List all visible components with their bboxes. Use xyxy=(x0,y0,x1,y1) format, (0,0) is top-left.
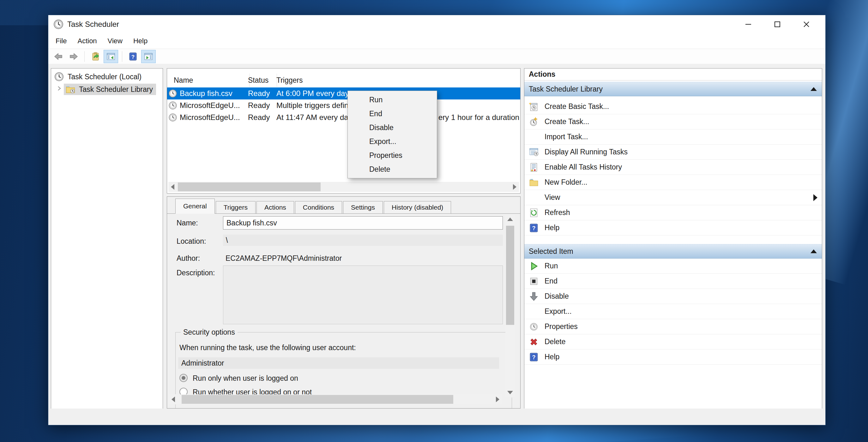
scroll-down-arrow[interactable] xyxy=(507,391,513,394)
new-folder-icon xyxy=(529,178,539,188)
window-controls xyxy=(734,15,821,33)
submenu-arrow-icon xyxy=(813,194,817,201)
author-value: EC2AMAZ-EPP7MQF\Administrator xyxy=(225,254,342,263)
actions-pane: Actions Task Scheduler Library Create Ba… xyxy=(524,68,822,409)
menu-file[interactable]: File xyxy=(50,37,72,45)
scrollbar-thumb[interactable] xyxy=(178,183,320,191)
scrollbar-thumb[interactable] xyxy=(506,226,514,325)
context-menu-export[interactable]: Export... xyxy=(348,134,437,148)
tree-item-task-scheduler-local[interactable]: Task Scheduler (Local) xyxy=(54,71,142,83)
display-running-tasks-icon xyxy=(529,147,539,157)
minimize-button[interactable] xyxy=(734,15,763,33)
group-header-task-scheduler-library[interactable]: Task Scheduler Library xyxy=(524,82,822,96)
action-delete[interactable]: Delete xyxy=(524,334,822,349)
toolbar: ? xyxy=(48,49,825,64)
task-list-horizontal-scrollbar[interactable] xyxy=(168,182,519,192)
task-trigger: Multiple triggers defin xyxy=(276,101,348,110)
context-menu-delete[interactable]: Delete xyxy=(348,162,437,176)
show-console-tree-button[interactable] xyxy=(103,50,118,63)
action-import-task[interactable]: Import Task... xyxy=(524,129,822,145)
properties-icon xyxy=(529,322,539,332)
chevron-right-icon[interactable] xyxy=(56,86,62,91)
task-row-backup-fish[interactable]: Backup fish.csv Ready At 6:00 PM every d… xyxy=(167,88,520,99)
scroll-right-arrow[interactable] xyxy=(496,397,499,402)
action-run[interactable]: Run xyxy=(524,259,822,274)
task-trigger: At 6:00 PM every day xyxy=(276,89,349,98)
collapse-arrow-icon[interactable] xyxy=(810,249,817,253)
tree-root-label: Task Scheduler (Local) xyxy=(68,73,142,81)
action-display-all-running-tasks[interactable]: Display All Running Tasks xyxy=(524,145,822,160)
svg-text:?: ? xyxy=(532,225,535,231)
show-action-pane-button[interactable] xyxy=(141,50,156,63)
blank-icon xyxy=(529,193,539,203)
task-scheduler-app-icon xyxy=(53,19,63,29)
tab-settings[interactable]: Settings xyxy=(343,201,383,214)
action-properties[interactable]: Properties xyxy=(524,319,822,334)
title-bar: Task Scheduler xyxy=(48,15,825,33)
scroll-right-arrow[interactable] xyxy=(513,184,517,190)
tab-general[interactable]: General xyxy=(175,198,215,214)
forward-button[interactable] xyxy=(67,50,81,63)
scrollbar-thumb[interactable] xyxy=(182,395,453,404)
task-clock-icon xyxy=(168,113,177,122)
tab-conditions[interactable]: Conditions xyxy=(295,201,342,214)
menu-action[interactable]: Action xyxy=(72,37,102,45)
details-vertical-scrollbar[interactable] xyxy=(505,214,515,398)
task-row-microsoft-edge-1[interactable]: MicrosoftEdgeU... Ready Multiple trigger… xyxy=(167,99,520,112)
scroll-left-arrow[interactable] xyxy=(172,397,175,402)
window-title: Task Scheduler xyxy=(67,20,119,29)
action-help-selected[interactable]: ?Help xyxy=(524,349,822,365)
radio-run-logged-on[interactable]: Run only when user is logged on xyxy=(179,374,298,383)
task-scheduler-icon xyxy=(54,72,64,82)
tree-item-task-scheduler-library[interactable]: Task Scheduler Library xyxy=(64,84,156,95)
forward-icon xyxy=(69,52,78,61)
context-menu-end[interactable]: End xyxy=(348,107,437,121)
tab-history[interactable]: History (disabled) xyxy=(384,201,451,214)
menu-help[interactable]: Help xyxy=(128,37,153,45)
help-icon: ? xyxy=(529,223,539,233)
close-button[interactable] xyxy=(792,15,821,33)
actions-pane-title: Actions xyxy=(524,68,822,81)
tab-triggers[interactable]: Triggers xyxy=(216,201,255,214)
menu-view[interactable]: View xyxy=(102,37,128,45)
column-header-name[interactable]: Name xyxy=(167,73,250,87)
action-help[interactable]: ?Help xyxy=(524,220,822,235)
context-menu-run[interactable]: Run xyxy=(348,93,437,107)
group-header-selected-item[interactable]: Selected Item xyxy=(524,244,822,259)
collapse-arrow-icon[interactable] xyxy=(810,87,817,91)
task-name-field[interactable]: Backup fish.csv xyxy=(223,216,503,229)
help-icon: ? xyxy=(529,352,539,362)
radio-selected-icon[interactable] xyxy=(179,374,188,382)
action-export[interactable]: Export... xyxy=(524,304,822,319)
export-list-button[interactable] xyxy=(88,50,102,63)
column-header-triggers[interactable]: Triggers xyxy=(271,73,517,87)
action-refresh[interactable]: Refresh xyxy=(524,205,822,220)
scroll-left-arrow[interactable] xyxy=(171,184,174,190)
blank-icon xyxy=(529,307,539,317)
action-create-basic-task[interactable]: Create Basic Task... xyxy=(524,99,822,114)
tab-actions[interactable]: Actions xyxy=(256,201,294,214)
task-status: Ready xyxy=(248,101,270,110)
back-button[interactable] xyxy=(52,50,65,63)
maximize-button[interactable] xyxy=(763,15,792,33)
description-field[interactable] xyxy=(223,265,503,324)
action-end[interactable]: End xyxy=(524,274,822,289)
details-horizontal-scrollbar[interactable] xyxy=(169,394,502,404)
scroll-up-arrow[interactable] xyxy=(507,218,513,221)
context-menu-disable[interactable]: Disable xyxy=(348,121,437,134)
action-new-folder[interactable]: New Folder... xyxy=(524,175,822,190)
task-row-microsoft-edge-2[interactable]: MicrosoftEdgeU... Ready At 11:47 AM ever… xyxy=(167,112,520,123)
help-button[interactable]: ? xyxy=(126,50,140,63)
action-create-task[interactable]: Create Task... xyxy=(524,114,822,129)
action-enable-all-tasks-history[interactable]: Enable All Tasks History xyxy=(524,160,822,175)
action-disable[interactable]: Disable xyxy=(524,289,822,304)
end-icon xyxy=(529,276,539,286)
action-view[interactable]: View xyxy=(524,190,822,205)
location-label: Location: xyxy=(177,237,206,246)
create-basic-task-icon xyxy=(529,102,539,112)
console-tree-pane: Task Scheduler (Local) Task Scheduler Li… xyxy=(51,68,163,409)
name-label: Name: xyxy=(177,219,198,227)
account-value: Administrator xyxy=(181,359,224,368)
task-status: Ready xyxy=(248,89,270,98)
context-menu-properties[interactable]: Properties xyxy=(348,148,437,162)
